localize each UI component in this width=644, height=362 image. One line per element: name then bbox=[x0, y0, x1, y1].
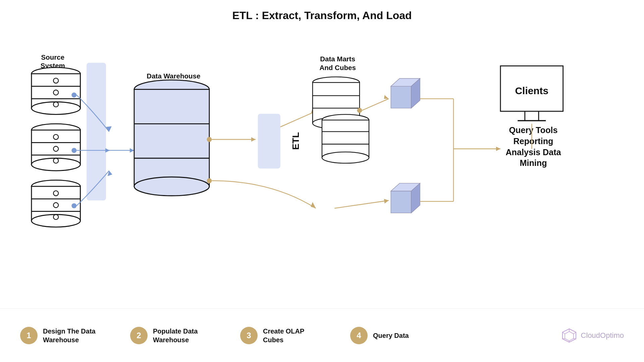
cloud-optimo-icon bbox=[561, 327, 578, 344]
step-2-circle: 2 bbox=[130, 327, 148, 344]
svg-point-46 bbox=[207, 178, 212, 183]
svg-point-37 bbox=[134, 177, 209, 196]
step-1-circle: 1 bbox=[20, 327, 38, 344]
svg-point-55 bbox=[322, 152, 369, 163]
diagram-area: ETL Source System bbox=[0, 27, 644, 308]
svg-line-90 bbox=[562, 339, 565, 339]
cloud-optimo-logo: CloudOptimo bbox=[561, 327, 624, 344]
step-2: 2 Populate Data Warehouse bbox=[130, 327, 213, 344]
svg-point-22 bbox=[32, 215, 80, 227]
svg-line-88 bbox=[574, 339, 576, 339]
svg-marker-73 bbox=[496, 146, 500, 151]
svg-marker-44 bbox=[251, 137, 256, 141]
svg-marker-63 bbox=[391, 191, 411, 213]
svg-text:Query Tools: Query Tools bbox=[509, 125, 557, 135]
svg-point-30 bbox=[71, 148, 76, 153]
step-1: 1 Design The Data Warehouse bbox=[20, 327, 103, 344]
svg-marker-67 bbox=[384, 95, 389, 99]
svg-text:Source: Source bbox=[41, 53, 65, 61]
page-title: ETL : Extract, Transform, And Load bbox=[0, 0, 644, 22]
step-3-circle: 3 bbox=[240, 327, 258, 344]
cloud-optimo-text: CloudOptimo bbox=[581, 331, 624, 340]
step-4-circle: 4 bbox=[350, 327, 368, 344]
svg-point-14 bbox=[32, 158, 80, 171]
svg-line-91 bbox=[562, 332, 565, 334]
svg-marker-47 bbox=[311, 202, 316, 208]
steps-bar: 1 Design The Data Warehouse 2 Populate D… bbox=[0, 308, 644, 362]
svg-text:Analysis Data: Analysis Data bbox=[505, 147, 561, 157]
svg-marker-68 bbox=[384, 199, 389, 203]
svg-marker-85 bbox=[565, 331, 574, 341]
svg-point-66 bbox=[357, 108, 362, 113]
svg-text:Data Warehouse: Data Warehouse bbox=[147, 72, 200, 80]
step-1-label: Design The Data Warehouse bbox=[43, 327, 103, 344]
svg-line-87 bbox=[574, 332, 576, 334]
svg-text:Data Marts: Data Marts bbox=[320, 55, 355, 63]
step-3: 3 Create OLAP Cubes bbox=[240, 327, 323, 344]
svg-point-32 bbox=[71, 203, 76, 208]
svg-point-43 bbox=[207, 137, 212, 142]
svg-rect-36 bbox=[134, 89, 209, 186]
svg-point-6 bbox=[32, 102, 80, 114]
svg-text:Mining: Mining bbox=[520, 158, 547, 168]
svg-point-28 bbox=[71, 93, 76, 98]
svg-marker-60 bbox=[391, 86, 411, 108]
svg-rect-41 bbox=[258, 114, 280, 168]
step-2-label: Populate Data Warehouse bbox=[153, 327, 213, 344]
step-4: 4 Query Data bbox=[350, 327, 409, 344]
svg-text:Reporting: Reporting bbox=[514, 136, 553, 146]
diagram-svg: ETL Source System bbox=[0, 27, 644, 308]
svg-text:And Cubes: And Cubes bbox=[320, 64, 356, 71]
step-4-label: Query Data bbox=[373, 331, 409, 340]
svg-text:ETL: ETL bbox=[290, 132, 301, 150]
svg-marker-34 bbox=[130, 148, 134, 153]
svg-text:Clients: Clients bbox=[515, 85, 549, 96]
step-3-label: Create OLAP Cubes bbox=[263, 327, 323, 344]
svg-rect-0 bbox=[87, 63, 106, 200]
